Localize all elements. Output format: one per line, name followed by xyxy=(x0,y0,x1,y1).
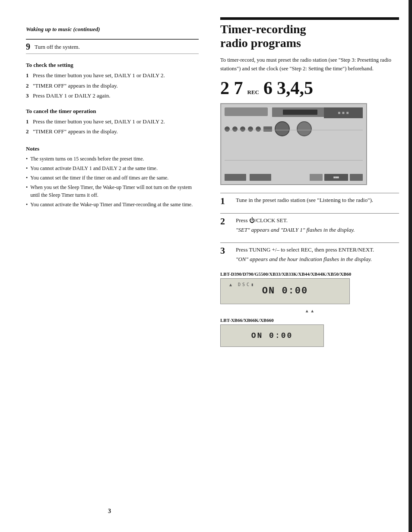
right-step-2-number: 2 xyxy=(220,216,232,227)
left-column: Waking up to music (continued) 9 Turn of… xyxy=(0,0,212,532)
right-column: Timer-recording radio programs To timer-… xyxy=(212,0,412,532)
model-label-1: LBT-D390/D790/G5500/XB33/XB33K/XB44/XB44… xyxy=(220,271,399,277)
right-step-2: 2 Press ⏻/CLOCK SET. "SET" appears and "… xyxy=(220,213,399,235)
model-label-2: LBT-XB66/XB66K/XB660 xyxy=(220,318,399,323)
section-title: Waking up to music (continued) xyxy=(26,26,199,33)
cancel-timer-heading: To cancel the timer operation xyxy=(26,108,199,115)
step-9-text: Turn off the system. xyxy=(35,42,80,50)
right-step-3-content: Press TUNING +/– to select REC, then pre… xyxy=(236,246,374,264)
heading-line1: Timer-recording xyxy=(220,22,399,36)
right-step-2-detail: "SET" appears and "DAILY 1" flashes in t… xyxy=(236,226,355,234)
display-2: ON 0:00 xyxy=(220,324,324,347)
display-1-arrows: ▲ ▲ xyxy=(220,308,399,313)
display-1: ▲ DSC▮ ON 0:00 xyxy=(220,278,350,304)
note-item-4: When you set the Sleep Timer, the Wake-u… xyxy=(26,183,199,199)
cancel-step-1: 1 Press the timer button you have set, D… xyxy=(26,117,199,126)
heading-line2: radio programs xyxy=(220,36,399,50)
note-item-1: The system turns on 15 seconds before th… xyxy=(26,155,199,163)
note-item-2: You cannot activate DAILY 1 and DAILY 2 … xyxy=(26,164,199,172)
display-1-text: ON 0:00 xyxy=(262,286,308,296)
cancel-timer-list: 1 Press the timer button you have set, D… xyxy=(26,117,199,136)
cancel-step-2: 2 "TIMER OFF" appears in the display. xyxy=(26,127,199,136)
right-edge-bar xyxy=(409,0,412,532)
note-item-5: You cannot activate the Wake-up Timer an… xyxy=(26,201,199,208)
right-step-1-content: Tune in the preset radio station (see "L… xyxy=(236,196,373,205)
right-step-2-content: Press ⏻/CLOCK SET. "SET" appears and "DA… xyxy=(236,216,355,235)
step-9-number: 9 xyxy=(26,42,30,51)
intro-text: To timer-record, you must preset the rad… xyxy=(220,56,399,73)
check-step-3: 3 Press DAILY 1 or DAILY 2 again. xyxy=(26,91,199,100)
page-number: 3 xyxy=(108,508,111,515)
device-num-3: 3,4,5 xyxy=(277,79,313,97)
right-step-2-main: Press ⏻/CLOCK SET. xyxy=(236,216,355,225)
display-2-text: ON 0:00 xyxy=(251,331,293,340)
device-num-2: 6 xyxy=(263,79,273,97)
right-step-1-number: 1 xyxy=(220,196,232,206)
check-step-2: 2 "TIMER OFF" appears in the display. xyxy=(26,82,199,90)
check-setting-list: 1 Press the timer button you have set, D… xyxy=(26,71,199,100)
check-setting-heading: To check the setting xyxy=(26,62,199,69)
right-step-3-number: 3 xyxy=(220,246,232,256)
right-step-1: 1 Tune in the preset radio station (see … xyxy=(220,193,399,206)
device-sub-1: REC xyxy=(247,89,259,96)
right-step-3: 3 Press TUNING +/– to select REC, then p… xyxy=(220,242,399,264)
device-illustration: ■ ■ ■ ■■■ xyxy=(220,103,367,185)
notes-list: The system turns on 15 seconds before th… xyxy=(26,155,199,208)
device-num-1: 2 7 xyxy=(220,79,243,97)
device-reference-numbers: 2 7 REC 6 3,4,5 xyxy=(220,79,399,97)
right-step-3-main: Press TUNING +/– to select REC, then pre… xyxy=(236,246,374,254)
right-step-3-detail: "ON" appears and the hour indication fla… xyxy=(236,255,374,264)
page: Waking up to music (continued) 9 Turn of… xyxy=(0,0,412,532)
check-step-1: 1 Press the timer button you have set, D… xyxy=(26,71,199,80)
note-item-3: You cannot set the timer if the timer on… xyxy=(26,174,199,182)
right-step-1-text: Tune in the preset radio station (see "L… xyxy=(236,196,373,205)
notes-heading: Notes xyxy=(26,145,199,152)
step-9-row: 9 Turn off the system. xyxy=(26,39,199,54)
main-heading: Timer-recording radio programs xyxy=(220,17,399,50)
